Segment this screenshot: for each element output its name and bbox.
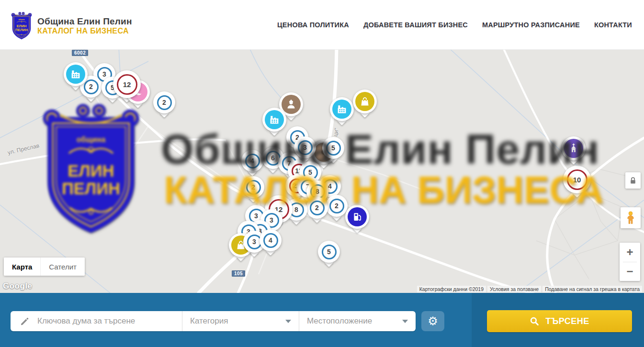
map-cluster-marker[interactable]: 12 — [113, 70, 141, 98]
chevron-down-icon — [285, 320, 291, 323]
chevron-down-icon — [402, 320, 408, 323]
map-attribution: Картографски данни ©2019 Условия за полз… — [417, 286, 642, 292]
search-button[interactable]: ТЪРСЕНЕ — [487, 310, 632, 332]
map-marker-fuel-icon[interactable] — [345, 205, 369, 229]
keyword-field[interactable] — [11, 311, 182, 331]
brand[interactable]: община ЕЛИН ПЕЛИН Община Елин Пелин КАТА… — [11, 11, 132, 40]
lock-icon — [628, 176, 638, 185]
map-cluster-marker[interactable]: 2 — [326, 195, 348, 217]
map-cluster-marker[interactable]: 4 — [260, 229, 282, 251]
search-button-label: ТЪРСЕНЕ — [545, 316, 589, 326]
attribution-terms-link[interactable]: Условия за ползване — [487, 286, 541, 292]
map-cluster-marker[interactable]: 2 — [306, 197, 328, 219]
google-logo[interactable]: Google — [3, 281, 33, 291]
pencil-icon — [20, 316, 30, 326]
svg-text:ПЕЛИН: ПЕЛИН — [15, 28, 28, 32]
keyword-search-input[interactable] — [36, 316, 182, 326]
municipality-shield-logo: община ЕЛИН ПЕЛИН — [11, 11, 33, 40]
gear-icon: ⚙ — [428, 315, 438, 327]
zoom-control: + − — [620, 243, 640, 281]
google-map[interactable]: ул. Преславбул. „Новоселци“ци“6002105 32… — [0, 49, 644, 293]
map-type-map-button[interactable]: Карта — [4, 257, 40, 276]
map-marker-church-icon[interactable] — [562, 136, 586, 160]
map-marker-factory-icon[interactable] — [64, 62, 88, 86]
page: община ЕЛИН ПЕЛИН Община Елин Пелин КАТА… — [0, 0, 644, 347]
map-cluster-marker[interactable]: 4 — [241, 150, 263, 172]
nav-item-contacts[interactable]: КОНТАКТИ — [594, 21, 632, 29]
search-icon — [530, 316, 540, 326]
map-markers-layer: 325122 235467135221748228123383 34 5 10 — [0, 49, 644, 293]
map-marker-factory-icon[interactable] — [330, 97, 354, 121]
attribution-map-data: Картографски данни ©2019 — [417, 286, 486, 292]
svg-text:ЕЛИН: ЕЛИН — [17, 24, 27, 28]
location-dropdown-label: Местоположение — [307, 316, 372, 326]
site-subtitle: КАТАЛОГ НА БИЗНЕСА — [37, 27, 132, 35]
map-marker-bag-icon[interactable] — [353, 90, 377, 113]
zoom-out-button[interactable]: − — [620, 262, 640, 281]
search-fields-bar: Категория Местоположение — [11, 311, 416, 331]
map-marker-factory-icon[interactable] — [262, 108, 286, 132]
main-nav: ЦЕНОВА ПОЛИТИКА ДОБАВЕТЕ ВАШИЯТ БИЗНЕС М… — [277, 0, 632, 49]
map-cluster-marker[interactable]: 5 — [318, 241, 340, 263]
map-cluster-marker[interactable]: 2 — [153, 91, 175, 113]
nav-item-pricing[interactable]: ЦЕНОВА ПОЛИТИКА — [277, 21, 349, 29]
site-title: Община Елин Пелин — [37, 16, 132, 27]
lock-button[interactable] — [625, 172, 641, 189]
attribution-report-error-link[interactable]: Подаване на сигнал за грешка в картата — [542, 286, 642, 292]
map-type-control: Карта Сателит — [4, 257, 85, 276]
header: община ЕЛИН ПЕЛИН Община Елин Пелин КАТА… — [0, 0, 644, 50]
zoom-in-button[interactable]: + — [620, 243, 640, 262]
map-cluster-marker[interactable]: 5 — [322, 137, 344, 159]
category-dropdown[interactable]: Категория — [182, 311, 299, 331]
search-bar: Категория Местоположение ⚙ ТЪРСЕНЕ — [0, 293, 644, 347]
location-dropdown[interactable]: Местоположение — [299, 311, 416, 331]
nav-item-add-business[interactable]: ДОБАВЕТЕ ВАШИЯТ БИЗНЕС — [363, 21, 468, 29]
svg-text:община: община — [19, 19, 25, 21]
pegman-icon — [624, 211, 637, 225]
map-cluster-marker[interactable]: 10 — [563, 166, 591, 193]
nav-item-route-schedule[interactable]: МАРШРУТНО РАЗПИСАНИЕ — [482, 21, 580, 29]
map-cluster-marker[interactable]: 2 — [242, 176, 264, 198]
category-dropdown-label: Категория — [190, 316, 228, 326]
advanced-settings-button[interactable]: ⚙ — [421, 311, 444, 331]
map-type-satellite-button[interactable]: Сателит — [40, 257, 85, 276]
street-view-pegman[interactable] — [621, 207, 641, 228]
map-cluster-marker[interactable]: 3 — [294, 136, 316, 158]
